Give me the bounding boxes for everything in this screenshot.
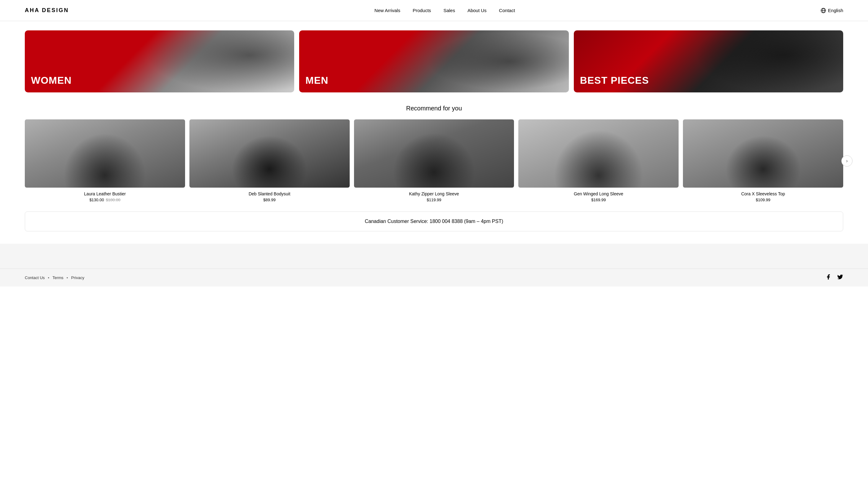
banner-men[interactable]: MEN xyxy=(299,30,569,92)
product-original-price-laura: $180.00 xyxy=(106,197,120,202)
social-icons xyxy=(825,274,843,281)
product-price-row-kathy: $119.99 xyxy=(426,197,441,202)
product-silhouette-deb xyxy=(221,126,318,188)
product-card-laura[interactable]: Laura Leather Bustier $130.00 $180.00 xyxy=(25,120,185,202)
product-image-kathy xyxy=(354,120,514,188)
product-price-row-gen: $169.99 xyxy=(591,197,606,202)
logo[interactable]: AHA DESIGN xyxy=(25,7,69,14)
product-price-row-laura: $130.00 $180.00 xyxy=(89,197,120,202)
products-row: Laura Leather Bustier $130.00 $180.00 De… xyxy=(25,120,843,202)
product-price-kathy: $119.99 xyxy=(426,197,441,202)
product-price-laura: $130.00 xyxy=(89,197,104,202)
product-card-gen[interactable]: Gen Winged Long Sleeve $169.99 xyxy=(518,120,679,202)
product-price-cora: $109.99 xyxy=(756,197,770,202)
main-nav: New Arrivals Products Sales About Us Con… xyxy=(374,8,515,13)
language-label: English xyxy=(828,8,843,13)
product-price-gen: $169.99 xyxy=(591,197,606,202)
banner-best-figure xyxy=(695,30,843,92)
globe-icon xyxy=(820,8,826,13)
customer-service-text: Canadian Customer Service: 1800 004 8388… xyxy=(365,219,503,224)
nav-products[interactable]: Products xyxy=(413,8,431,13)
header: AHA DESIGN New Arrivals Products Sales A… xyxy=(0,0,868,21)
nav-new-arrivals[interactable]: New Arrivals xyxy=(374,8,400,13)
footer-dot-1: ● xyxy=(48,276,49,279)
product-silhouette-gen xyxy=(550,126,647,188)
product-image-deb xyxy=(189,120,350,188)
nav-about-us[interactable]: About Us xyxy=(467,8,487,13)
banner-best-label: BEST PIECES xyxy=(580,75,649,86)
main-content: WOMEN MEN BEST PIECES Recommend for you … xyxy=(0,21,868,244)
footer-contact-us[interactable]: Contact Us xyxy=(25,275,45,280)
product-silhouette-laura xyxy=(57,126,153,188)
product-image-laura xyxy=(25,120,185,188)
banner-best-pieces[interactable]: BEST PIECES xyxy=(574,30,843,92)
banner-men-label: MEN xyxy=(305,75,328,86)
nav-sales[interactable]: Sales xyxy=(443,8,455,13)
banner-women[interactable]: WOMEN xyxy=(25,30,294,92)
customer-service-banner: Canadian Customer Service: 1800 004 8388… xyxy=(25,212,843,231)
product-name-deb: Deb Slanted Bodysuit xyxy=(249,191,290,196)
recommend-title: Recommend for you xyxy=(25,105,843,112)
product-image-gen xyxy=(518,120,679,188)
footer-terms[interactable]: Terms xyxy=(52,275,63,280)
product-name-kathy: Kathy Zipper Long Sleeve xyxy=(409,191,459,196)
chevron-right-icon: › xyxy=(846,158,848,164)
product-name-cora: Cora X Sleeveless Top xyxy=(741,191,785,196)
product-name-laura: Laura Leather Bustier xyxy=(84,191,126,196)
product-card-cora[interactable]: Cora X Sleeveless Top $109.99 xyxy=(683,120,843,202)
product-silhouette-cora xyxy=(715,126,811,188)
product-name-gen: Gen Winged Long Sleeve xyxy=(574,191,623,196)
recommend-section: Recommend for you Laura Leather Bustier … xyxy=(25,105,843,202)
footer-spacer xyxy=(0,244,868,269)
carousel-next-button[interactable]: › xyxy=(841,155,852,166)
product-price-deb: $89.99 xyxy=(263,197,276,202)
footer-links: Contact Us ● Terms ● Privacy xyxy=(25,275,84,280)
language-selector[interactable]: English xyxy=(820,8,843,13)
product-card-kathy[interactable]: Kathy Zipper Long Sleeve $119.99 xyxy=(354,120,514,202)
footer: Contact Us ● Terms ● Privacy xyxy=(0,269,868,287)
banner-women-figure xyxy=(146,30,294,92)
nav-contact[interactable]: Contact xyxy=(499,8,515,13)
footer-dot-2: ● xyxy=(67,276,68,279)
product-price-row-cora: $109.99 xyxy=(756,197,770,202)
facebook-icon[interactable] xyxy=(825,274,831,281)
footer-privacy[interactable]: Privacy xyxy=(71,275,84,280)
category-banners: WOMEN MEN BEST PIECES xyxy=(25,30,843,92)
product-silhouette-kathy xyxy=(386,126,482,188)
product-price-row-deb: $89.99 xyxy=(263,197,276,202)
product-image-cora xyxy=(683,120,843,188)
product-card-deb[interactable]: Deb Slanted Bodysuit $89.99 xyxy=(189,120,350,202)
twitter-icon[interactable] xyxy=(837,274,843,281)
banner-women-label: WOMEN xyxy=(31,75,72,86)
banner-men-figure xyxy=(421,30,569,92)
